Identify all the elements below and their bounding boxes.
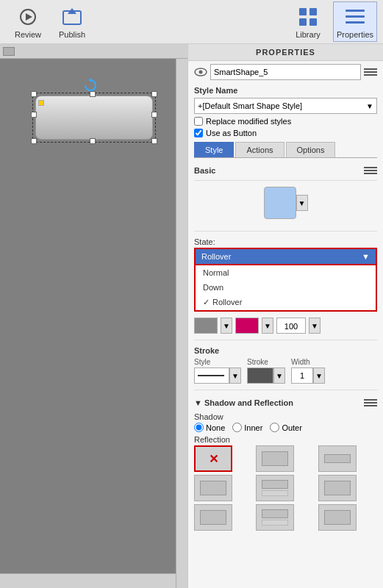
fill-pink-dropdown[interactable]: ▼ [262,318,273,334]
smart-shape[interactable] [35,96,153,140]
reflection-thumb-2[interactable] [256,445,294,472]
reflection-thumb-3[interactable] [318,445,357,472]
handle-bot-left[interactable] [31,138,37,144]
state-section: State: Rollover ▼ Normal Down ✓Rollover [188,234,383,315]
properties-button[interactable]: Properties [333,1,377,42]
thumb-r2-8 [262,520,288,526]
shadow-none-radio[interactable] [194,423,204,432]
svg-rect-5 [309,8,317,15]
reflection-thumb-9[interactable] [318,504,357,531]
thumb-r1-5 [262,480,288,489]
shadow-outer-option[interactable]: Outer [270,423,302,432]
publish-button[interactable]: Publish [50,1,94,42]
stroke-section: Stroke Style ▼ Stroke ▼ [188,343,383,387]
properties-panel: PROPERTIES Style Name +[Default Smart Sh… [187,44,383,588]
style-dropdown[interactable]: +[Default Smart Shape Style] ▼ [194,98,377,114]
tab-actions[interactable]: Actions [235,142,284,157]
reflection-thumb-6[interactable] [318,475,357,501]
fill-opacity-value: 100 [276,318,306,334]
stroke-width-label: Width [291,358,325,366]
handle-bot-right[interactable] [151,138,157,144]
state-option-down[interactable]: Down [196,280,376,295]
tab-options[interactable]: Options [286,142,336,157]
shadow-section-title: ▼ Shadow and Reflection [194,398,293,407]
state-option-normal[interactable]: Normal [196,265,376,280]
handle-mid-left[interactable] [31,112,37,118]
stroke-style-dropdown[interactable]: ▼ [229,368,241,384]
state-dropdown-selected[interactable]: Rollover ▼ [194,248,377,265]
fill-gray-dropdown[interactable]: ▼ [221,318,232,334]
state-option-rollover[interactable]: ✓Rollover [196,295,376,310]
handle-bot-mid[interactable] [90,138,96,144]
canvas-area [0,44,187,588]
tab-style[interactable]: Style [194,142,234,157]
library-label: Library [296,30,321,39]
name-row [188,61,383,83]
handle-mid-right[interactable] [151,112,157,118]
shadow-inner-option[interactable]: Inner [232,423,262,432]
fill-swatch-pink[interactable] [235,318,259,334]
fill-swatch-gray[interactable] [194,318,218,334]
publish-label: Publish [59,30,85,39]
thumb-r2-5 [262,490,288,496]
reflection-thumb-5[interactable] [256,475,294,501]
canvas-scroll-right[interactable] [176,59,187,588]
reflection-label: Reflection [194,435,377,444]
basic-section: Basic ▼ [188,158,383,228]
thumb-r1-8 [262,509,288,518]
svg-rect-8 [346,10,365,12]
thumb-r1 [324,454,351,463]
scroll-left[interactable] [3,47,15,56]
state-dropdown-arrow: ▼ [362,252,370,261]
replace-styles-checkbox[interactable] [194,117,203,126]
stroke-style-label: Style [194,358,241,366]
stroke-width-value[interactable]: 1 [291,368,313,384]
canvas-bottom-bar [0,573,187,588]
shadow-menu-icon[interactable] [364,396,377,409]
state-dropdown-list: Normal Down ✓Rollover [194,265,377,312]
toolbar-right: Library Properties [286,1,377,42]
shape-yellow-handle[interactable] [38,100,44,106]
shape-name-input[interactable] [210,64,361,80]
svg-rect-10 [346,21,365,24]
reflection-two-rect [324,454,351,463]
handle-top-mid[interactable] [90,91,96,97]
shadow-radio-row: None Inner Outer [194,423,377,432]
name-menu-icon[interactable] [364,65,377,79]
reflection-thumb-4[interactable] [194,475,232,501]
shadow-inner-radio[interactable] [232,423,242,432]
rotate-icon [83,78,98,93]
handle-top-right[interactable] [151,91,157,97]
stroke-style-select[interactable] [194,368,229,384]
use-as-button-row: Use as Button [188,127,383,139]
handle-top-left[interactable] [31,91,37,97]
stroke-width-col: Width 1 ▼ [291,358,325,384]
visibility-icon[interactable] [194,68,207,76]
stroke-header: Stroke [194,346,377,355]
basic-menu-icon[interactable] [364,164,377,177]
basic-header: Basic [194,161,377,181]
state-dropdown-wrapper: Rollover ▼ Normal Down ✓Rollover [194,248,377,312]
reflection-thumb-none[interactable]: ✕ [194,445,232,472]
checkmark-icon: ✓ [203,298,210,306]
library-button[interactable]: Library [286,1,330,42]
reflection-thumb-7[interactable] [194,504,232,531]
stroke-color-swatch[interactable] [247,368,273,384]
fill-opacity-dropdown[interactable]: ▼ [309,318,321,334]
stroke-width-dropdown[interactable]: ▼ [313,368,325,384]
use-as-button-checkbox[interactable] [194,129,203,137]
shadow-outer-radio[interactable] [270,423,279,432]
shadow-header: ▼ Shadow and Reflection [194,396,377,409]
color-preview-area: ▼ [194,181,377,225]
color-swatch[interactable] [264,187,296,219]
divider-3 [194,390,377,390]
toolbar: Review Publish Library Properties [0,0,383,44]
reflection-thumb-8[interactable] [256,504,294,531]
shadow-none-option[interactable]: None [194,423,225,432]
canvas-content [0,59,187,573]
color-dropdown-arrow[interactable]: ▼ [296,195,308,211]
stroke-color-dropdown[interactable]: ▼ [273,368,285,384]
stroke-row: Style ▼ Stroke ▼ Width [194,358,377,384]
triangle-icon: ▼ [194,398,204,407]
review-button[interactable]: Review [6,1,50,42]
